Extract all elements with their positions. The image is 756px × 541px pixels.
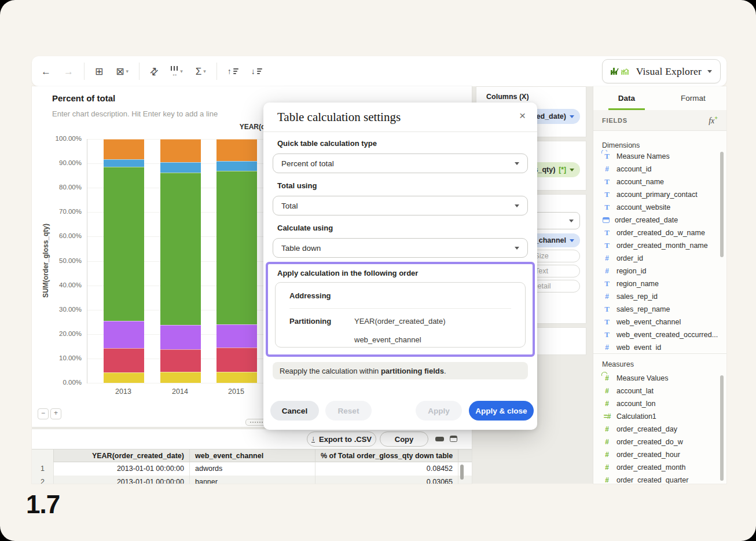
- field-item-account-website[interactable]: Taccount_website: [597, 201, 720, 214]
- bar-segment-red[interactable]: [216, 348, 257, 371]
- field-item-measure-names[interactable]: TMeasure Names: [597, 150, 720, 163]
- chart-description-placeholder[interactable]: Enter chart description. Hit Enter key t…: [52, 109, 218, 118]
- stacked-bar-2013[interactable]: [104, 139, 144, 383]
- field-label: account_lat: [616, 387, 654, 395]
- chart-title[interactable]: Percent of total: [52, 93, 115, 103]
- redo-forward-icon[interactable]: →: [64, 67, 74, 76]
- zoom-out-button[interactable]: −: [38, 408, 49, 419]
- tab-data[interactable]: Data: [593, 86, 660, 110]
- add-calculation-icon[interactable]: fx+: [709, 115, 718, 126]
- field-item-web-event-id[interactable]: #web_event_id: [597, 341, 720, 351]
- tab-format[interactable]: Format: [660, 86, 726, 110]
- field-item-account-name[interactable]: Taccount_name: [597, 176, 720, 188]
- field-item-order-created-month[interactable]: #order_created_month: [597, 461, 720, 474]
- field-item-account-lon[interactable]: #account_lon: [597, 397, 720, 410]
- field-item-region-id[interactable]: #region_id: [597, 265, 720, 277]
- aggregate-sigma-icon[interactable]: Σ: [196, 67, 202, 76]
- field-item-order-created-hour[interactable]: #order_created_hour: [597, 448, 720, 461]
- remove-chart-caret-icon[interactable]: ▾: [126, 68, 129, 74]
- swap-axes-icon[interactable]: ⇄: [148, 65, 160, 78]
- field-item-sales-rep-id[interactable]: #sales_rep_id: [597, 290, 720, 303]
- reapply-info-box: Reapply the calculation within partition…: [273, 362, 528, 379]
- quick-type-dropdown[interactable]: Percent of total: [273, 153, 528, 173]
- calculate-using-dropdown[interactable]: Table down: [273, 238, 528, 258]
- bar-segment-purple[interactable]: [104, 321, 144, 349]
- field-item-order-created-date[interactable]: order_created_date: [597, 214, 720, 226]
- measure-names-icon: T: [603, 152, 611, 161]
- bar-segment-orange[interactable]: [216, 139, 257, 161]
- field-item-account-primary-contact[interactable]: Taccount_primary_contact: [597, 188, 720, 201]
- field-item-order-created-day[interactable]: #order_created_day: [597, 423, 720, 436]
- field-item-account-lat[interactable]: #account_lat: [597, 385, 720, 397]
- bar-segment-yellow[interactable]: [216, 372, 257, 383]
- field-item-account-id[interactable]: #account_id: [597, 163, 720, 176]
- bar-segment-red[interactable]: [104, 348, 144, 372]
- bar-segment-orange[interactable]: [160, 139, 201, 162]
- bar-segment-orange[interactable]: [104, 139, 144, 159]
- bar-segment-green[interactable]: [160, 173, 201, 326]
- field-label: order_created_do_w: [616, 438, 683, 446]
- bar-segment-green[interactable]: [216, 171, 257, 324]
- zoom-in-button[interactable]: +: [50, 408, 61, 419]
- close-icon[interactable]: ×: [519, 109, 526, 122]
- bar-segment-blue[interactable]: [104, 159, 144, 167]
- sort-ascending-icon[interactable]: ↑: [227, 67, 238, 75]
- visual-explorer-switcher[interactable]: Visual Explorer: [602, 59, 721, 83]
- undo-back-icon[interactable]: ←: [41, 67, 51, 76]
- measures-scrollbar[interactable]: [720, 375, 724, 481]
- partitioning-field-1[interactable]: YEAR(order_created_date): [354, 317, 446, 326]
- copy-label: Copy: [395, 435, 414, 444]
- total-using-caret-icon: [515, 204, 519, 207]
- bar-segment-blue[interactable]: [160, 162, 201, 172]
- apply-and-close-button[interactable]: Apply & close: [469, 401, 534, 421]
- field-item-region-name[interactable]: Tregion_name: [597, 277, 720, 290]
- bar-width-icon[interactable]: ↔: [171, 66, 178, 77]
- stacked-bar-2014[interactable]: [160, 139, 201, 383]
- text-icon: T: [603, 305, 611, 314]
- export-csv-button[interactable]: ↓ Export to .CSV: [307, 432, 376, 447]
- dimensions-scrollbar[interactable]: [720, 152, 724, 257]
- bar-segment-blue[interactable]: [216, 161, 257, 171]
- field-item-order-created-quarter[interactable]: #order_created_quarter: [597, 474, 720, 484]
- field-label: Measure Values: [616, 374, 668, 382]
- partitioning-field-2[interactable]: web_event_channel: [354, 335, 421, 344]
- field-item-sales-rep-name[interactable]: Tsales_rep_name: [597, 303, 720, 316]
- fields-section-divider: [593, 353, 726, 354]
- copy-button[interactable]: Copy: [380, 432, 428, 447]
- bar-segment-yellow[interactable]: [104, 372, 144, 383]
- bar-width-caret-icon[interactable]: ▾: [180, 68, 183, 74]
- x-tick-label: 2013: [100, 388, 146, 396]
- field-item-order-created-do-w-name[interactable]: Torder_created_do_w_name: [597, 226, 720, 239]
- field-item-order-created-do-w[interactable]: #order_created_do_w: [597, 436, 720, 448]
- duplicate-chart-icon[interactable]: ⊞: [95, 67, 103, 76]
- stacked-bar-2015[interactable]: [216, 139, 257, 383]
- quick-type-caret-icon: [515, 162, 519, 165]
- bar-segment-purple[interactable]: [216, 324, 257, 348]
- total-using-value: Total: [281, 202, 298, 210]
- minimize-table-icon[interactable]: [435, 437, 444, 441]
- bar-segment-purple[interactable]: [160, 325, 201, 349]
- maximize-table-icon[interactable]: [450, 436, 457, 442]
- cancel-button[interactable]: Cancel: [270, 401, 319, 421]
- total-using-dropdown[interactable]: Total: [273, 196, 528, 215]
- field-item-calculation1[interactable]: =#Calculation1: [597, 410, 720, 423]
- field-item-measure-values[interactable]: #Measure Values: [597, 372, 720, 385]
- number-icon: #: [603, 293, 611, 301]
- bar-segment-green[interactable]: [104, 167, 144, 320]
- bar-segment-yellow[interactable]: [160, 372, 201, 383]
- reset-button[interactable]: Reset: [325, 401, 372, 421]
- field-item-web-event-created-occurred-[interactable]: Tweb_event_created_occurred...: [597, 328, 720, 341]
- table-scrollbar[interactable]: [460, 465, 464, 480]
- number-icon: #: [603, 476, 611, 484]
- field-item-web-event-channel[interactable]: Tweb_event_channel: [597, 316, 720, 328]
- sort-descending-icon[interactable]: ↓: [251, 67, 262, 75]
- dimensions-list: TMeasure Names#account_idTaccount_nameTa…: [597, 150, 720, 351]
- bar-segment-red[interactable]: [160, 349, 201, 372]
- field-item-order-created-month-name[interactable]: Torder_created_month_name: [597, 239, 720, 252]
- field-item-order-id[interactable]: #order_id: [597, 252, 720, 265]
- sort-desc-lines: [257, 68, 262, 74]
- aggregate-caret-icon[interactable]: ▾: [203, 68, 206, 74]
- y-tick-label: 80.00%: [32, 184, 82, 191]
- remove-chart-icon[interactable]: ⊠: [116, 67, 124, 76]
- apply-button[interactable]: Apply: [416, 401, 462, 421]
